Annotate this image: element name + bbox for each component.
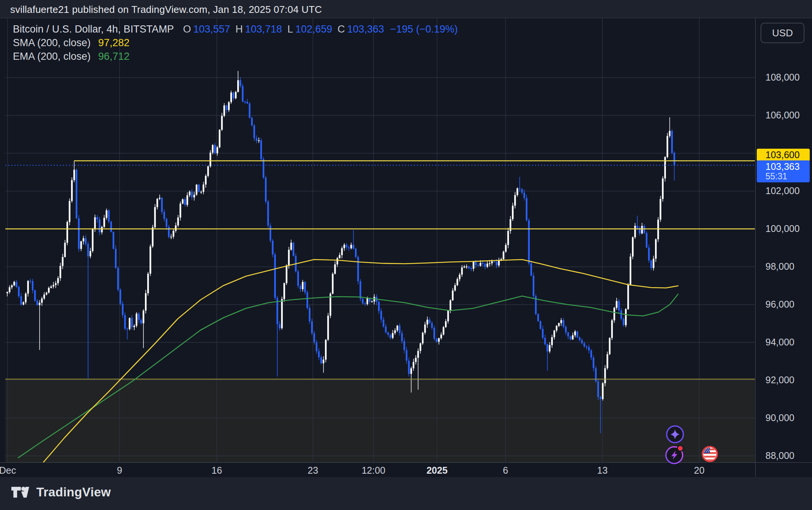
published-line: svillafuerte21 published on TradingView.… bbox=[10, 4, 322, 16]
time-tick-label: 9 bbox=[117, 465, 122, 476]
tradingview-logo-icon bbox=[11, 485, 31, 499]
price-tick-label: 96,000 bbox=[765, 299, 794, 310]
time-axis[interactable]: Dec9162312:00202561320 bbox=[0, 462, 812, 477]
tradingview-logo[interactable]: TradingView bbox=[11, 485, 111, 499]
price-axis[interactable]: USD 108,000106,000102,000100,00098,00096… bbox=[755, 18, 812, 477]
price-tick-label: 106,000 bbox=[765, 110, 800, 121]
ohlc-low-value: 102,659 bbox=[295, 23, 332, 35]
price-tick-label: 108,000 bbox=[765, 72, 800, 83]
price-tick-label: 88,000 bbox=[765, 450, 794, 461]
change-value: −195 (−0.19%) bbox=[390, 23, 458, 35]
us-flag-icon[interactable] bbox=[699, 443, 720, 465]
publish-header: svillafuerte21 published on TradingView.… bbox=[0, 0, 812, 18]
ohlc-open-key: O bbox=[183, 23, 191, 35]
ohlc-low-key: L bbox=[287, 23, 293, 35]
chart-legend: Bitcoin / U.S. Dollar, 4h, BITSTAMP O 10… bbox=[13, 23, 458, 64]
ohlc-close-value: 103,363 bbox=[347, 23, 384, 35]
ohlc-open-value: 103,557 bbox=[193, 23, 230, 35]
price-tick-label: 98,000 bbox=[765, 261, 794, 272]
boost-lightning-icon[interactable] bbox=[663, 443, 687, 466]
ema-label: EMA (200, close) bbox=[13, 51, 91, 62]
sma-label: SMA (200, close) bbox=[13, 37, 91, 49]
price-tick-label: 92,000 bbox=[765, 375, 794, 386]
sma-value: 97,282 bbox=[98, 37, 130, 49]
time-tick-label: 12:00 bbox=[362, 465, 386, 476]
sparkle-icon[interactable] bbox=[664, 423, 686, 445]
price-tick-label: 94,000 bbox=[765, 337, 794, 348]
time-tick-label: 13 bbox=[597, 465, 608, 476]
ema-value: 96,712 bbox=[98, 51, 130, 62]
price-tick-label: 102,000 bbox=[765, 185, 800, 196]
symbol-title: Bitcoin / U.S. Dollar, 4h, BITSTAMP bbox=[13, 23, 174, 35]
ohlc-high-key: H bbox=[235, 23, 243, 35]
tradingview-published-chart: svillafuerte21 published on TradingView.… bbox=[0, 0, 812, 510]
tradingview-logo-text: TradingView bbox=[36, 485, 111, 499]
sma-legend-row[interactable]: SMA (200, close) 97,282 bbox=[13, 37, 458, 51]
ema-legend-row[interactable]: EMA (200, close) 96,712 bbox=[13, 51, 458, 64]
candle-countdown: 55:31 bbox=[765, 172, 810, 181]
notification-dot bbox=[678, 446, 683, 451]
time-tick-label: Dec bbox=[0, 465, 16, 476]
symbol-legend-row[interactable]: Bitcoin / U.S. Dollar, 4h, BITSTAMP O 10… bbox=[13, 23, 458, 37]
time-tick-label: 2025 bbox=[426, 465, 448, 476]
chart-canvas[interactable] bbox=[0, 0, 812, 510]
price-tick-label: 90,000 bbox=[765, 412, 794, 423]
time-tick-label: 6 bbox=[503, 465, 508, 476]
ohlc-close-key: C bbox=[338, 23, 345, 35]
price-tick-label: 100,000 bbox=[765, 223, 800, 234]
level-price-label: 103,600 bbox=[757, 149, 810, 161]
time-tick-label: 20 bbox=[694, 465, 705, 476]
time-tick-label: 23 bbox=[308, 465, 318, 476]
time-tick-label: 16 bbox=[212, 465, 222, 476]
currency-button[interactable]: USD bbox=[761, 23, 804, 43]
last-price-label: 103,36355:31 bbox=[757, 160, 810, 182]
ohlc-high-value: 103,718 bbox=[245, 23, 282, 35]
footer-strip: TradingView bbox=[0, 477, 812, 510]
